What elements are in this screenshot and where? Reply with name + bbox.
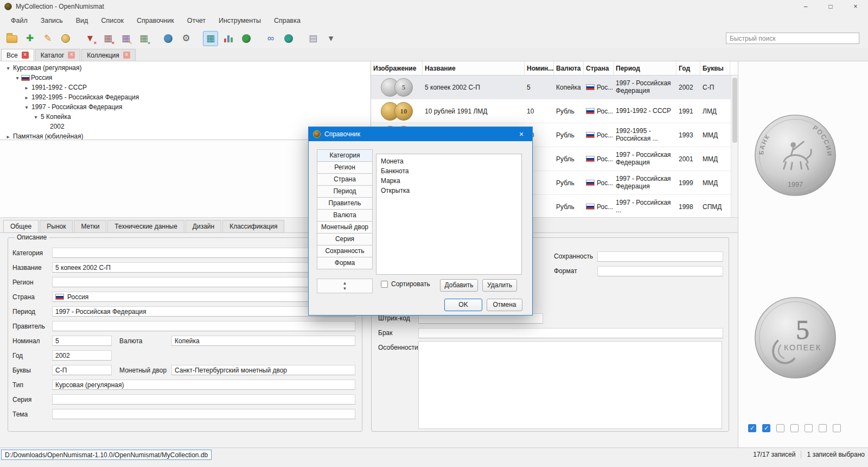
column-header-currency[interactable]: Валюта xyxy=(554,61,584,75)
coin-reverse-image[interactable]: 5 КОПЕЕК xyxy=(754,296,837,380)
dialog-value-item[interactable]: Монета xyxy=(376,156,521,166)
menu-record[interactable]: Запись xyxy=(34,14,69,27)
chevron-right-icon[interactable]: ▸ xyxy=(23,94,30,100)
delete-record-icon[interactable]: ▦× xyxy=(100,31,116,46)
denomination-field[interactable]: 5 xyxy=(52,336,112,346)
tree-item[interactable]: ▾Россия xyxy=(0,73,371,83)
tab-collection[interactable]: Коллекция× xyxy=(81,49,135,61)
minimize-icon[interactable]: – xyxy=(793,0,818,13)
mint-field[interactable]: Санкт-Петербургский монетный двор xyxy=(171,365,355,375)
image-slot-checkbox-6[interactable] xyxy=(819,424,827,432)
tab-close-icon[interactable]: × xyxy=(123,52,130,59)
detail-tab-general[interactable]: Общее xyxy=(3,220,39,232)
tree-item[interactable]: ▾1997 - Российская Федерация xyxy=(0,102,371,112)
chevron-down-icon[interactable]: ▾ xyxy=(32,114,40,120)
defect-field[interactable] xyxy=(418,328,723,338)
detail-tab-market[interactable]: Рынок xyxy=(40,220,73,232)
image-slot-checkbox-1[interactable]: ✓ xyxy=(748,424,756,432)
image-slot-checkbox-4[interactable] xyxy=(790,424,799,432)
close-icon[interactable]: × xyxy=(843,0,868,13)
grade-field[interactable] xyxy=(597,251,723,262)
ruler-field[interactable] xyxy=(52,321,355,331)
tab-catalog[interactable]: Каталог× xyxy=(35,49,81,61)
links-icon[interactable]: ∞ xyxy=(263,31,278,46)
collection-path[interactable]: D:/Downloads/OpenNumismat-1.10.0/OpenNum… xyxy=(1,450,212,460)
tree-item[interactable]: ▾Курсовая (регулярная) xyxy=(0,63,371,73)
type-field[interactable]: Курсовая (регулярная) xyxy=(52,380,355,390)
column-header-name[interactable]: Название xyxy=(423,61,525,75)
statistics-icon[interactable] xyxy=(221,31,236,46)
chevron-down-icon[interactable]: ▾ xyxy=(4,65,12,71)
chevron-right-icon[interactable]: ▸ xyxy=(4,134,12,140)
menu-reference[interactable]: Справочник xyxy=(130,14,181,27)
column-header-denomination[interactable]: Номин... xyxy=(525,61,554,75)
menu-list[interactable]: Список xyxy=(94,14,130,27)
dialog-category-period[interactable]: Период xyxy=(317,185,373,198)
table-scrollbar[interactable] xyxy=(731,75,738,217)
menu-report[interactable]: Отчет xyxy=(181,14,212,27)
dialog-category-series[interactable]: Серия xyxy=(317,233,373,245)
maximize-icon[interactable]: □ xyxy=(818,0,843,13)
series-field[interactable] xyxy=(52,394,355,405)
year-field[interactable]: 2002 xyxy=(52,350,112,361)
tree-item[interactable]: ▾5 Копейка xyxy=(0,112,371,122)
table-row[interactable]: 55 копеек 2002 С-П5КопейкаРос...1997 - Р… xyxy=(371,75,738,99)
dialog-category-region[interactable]: Регион xyxy=(317,161,373,174)
map-icon[interactable] xyxy=(161,31,176,46)
chevron-down-icon[interactable]: ▾ xyxy=(14,75,21,81)
image-slot-checkbox-2[interactable]: ✓ xyxy=(762,424,770,432)
dialog-category-ruler[interactable]: Правитель xyxy=(317,197,373,210)
menu-file[interactable]: Файл xyxy=(4,14,34,27)
chevron-down-icon[interactable]: ▾ xyxy=(23,104,30,110)
coin-obverse-image[interactable]: БАНК РОССИИ 1997 xyxy=(754,113,837,197)
scrollbar-thumb[interactable] xyxy=(732,78,737,143)
dialog-category-shape[interactable]: Форма xyxy=(317,257,373,269)
letters-field[interactable]: С-П xyxy=(52,365,112,375)
image-slot-checkbox-5[interactable] xyxy=(805,424,813,432)
column-header-year[interactable]: Год xyxy=(676,61,700,75)
detail-tab-design[interactable]: Дизайн xyxy=(186,220,221,232)
menu-view[interactable]: Вид xyxy=(69,14,95,27)
image-slot-checkbox-7[interactable] xyxy=(833,424,841,432)
menu-tools[interactable]: Инструменты xyxy=(212,14,267,27)
edit-record-icon[interactable]: ✎ xyxy=(40,31,55,46)
subject-field[interactable] xyxy=(52,409,355,419)
format-field[interactable] xyxy=(597,266,723,276)
dialog-value-item[interactable]: Марка xyxy=(376,176,521,186)
menu-help[interactable]: Справка xyxy=(267,14,307,27)
tab-all[interactable]: Все× xyxy=(1,49,34,61)
chevron-right-icon[interactable]: ▸ xyxy=(23,85,30,91)
web-icon[interactable] xyxy=(239,31,254,46)
dialog-category-category[interactable]: Категория xyxy=(317,149,373,162)
column-header-image[interactable]: Изображение xyxy=(371,61,423,75)
dialog-close-icon[interactable]: × xyxy=(510,127,532,141)
currency-field[interactable]: Копейка xyxy=(171,336,355,346)
column-header-letters[interactable]: Буквы xyxy=(700,61,730,75)
tab-close-icon[interactable]: × xyxy=(68,52,75,59)
list-view-icon[interactable]: ▦ xyxy=(203,31,218,46)
delete-button[interactable]: Удалить xyxy=(482,279,517,292)
table-row[interactable]: 1010 рублей 1991 ЛМД10РубльРос...1991-19… xyxy=(371,99,738,123)
ok-button[interactable]: OK xyxy=(444,299,482,311)
batch-edit-icon[interactable]: ▦✎ xyxy=(118,31,133,46)
panel-menu-icon[interactable]: ▾ xyxy=(323,31,339,46)
add-button[interactable]: Добавить xyxy=(440,279,478,292)
dialog-list-scroll[interactable]: ▲▼ xyxy=(317,279,373,293)
tree-item[interactable]: ▸1992-1995 - Российская Федерация xyxy=(0,92,371,102)
column-header-country[interactable]: Страна xyxy=(584,61,614,75)
settings-icon[interactable]: ⚙ xyxy=(178,31,194,46)
tab-close-icon[interactable]: × xyxy=(22,52,29,59)
detail-tab-technical[interactable]: Технические данные xyxy=(107,220,184,232)
dialog-category-grade[interactable]: Сохранность xyxy=(317,245,373,257)
dialog-value-item[interactable]: Открытка xyxy=(376,186,521,195)
sort-checkbox[interactable] xyxy=(381,281,388,288)
dialog-value-item[interactable]: Банкнота xyxy=(376,166,521,176)
tree-item[interactable]: ▸1991-1992 - СССР xyxy=(0,83,371,92)
summary-panel-icon[interactable]: ▤ xyxy=(305,31,321,46)
detail-tab-classification[interactable]: Классификация xyxy=(222,220,284,232)
scroll-down-icon[interactable]: ▼ xyxy=(343,286,347,292)
open-collection-icon[interactable] xyxy=(4,31,20,46)
search-input[interactable] xyxy=(726,33,859,44)
column-header-period[interactable]: Период xyxy=(614,61,676,75)
dialog-category-mint[interactable]: Монетный двор xyxy=(317,221,373,234)
